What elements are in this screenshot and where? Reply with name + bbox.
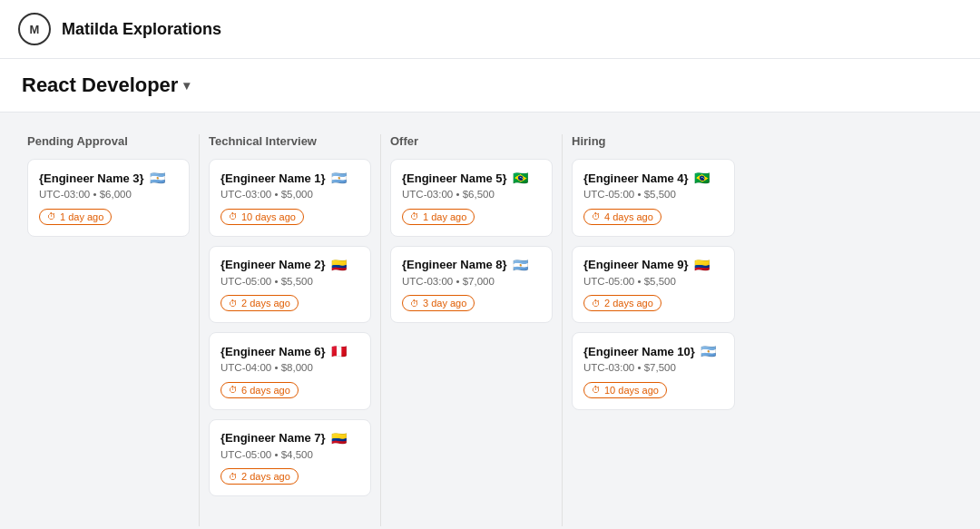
candidate-details: UTC-05:00 • $5,500 [220,276,359,287]
candidate-name: {Engineer Name 6} [220,345,326,358]
app-title: Matilda Explorations [62,20,221,39]
candidate-time-badge: ⏱1 day ago [402,207,541,225]
app-header: M Matilda Explorations [0,0,980,59]
logo-icon: M [18,13,51,45]
candidate-details: UTC-05:00 • $4,500 [220,449,359,460]
time-badge: ⏱3 day ago [402,295,475,311]
clock-icon: ⏱ [592,385,601,395]
candidate-time-badge: ⏱2 days ago [220,294,359,312]
time-text: 3 day ago [423,298,466,309]
candidate-flag: 🇦🇷 [513,258,528,272]
card-name-row: {Engineer Name 9}🇨🇴 [583,258,723,272]
clock-icon: ⏱ [592,299,601,309]
candidate-name: {Engineer Name 5} [402,171,507,185]
candidate-details: UTC-04:00 • $8,000 [220,362,359,373]
candidate-card[interactable]: {Engineer Name 1}🇦🇷UTC-03:00 • $5,000⏱10… [209,159,371,237]
time-text: 2 days ago [241,298,290,309]
candidate-name: {Engineer Name 10} [583,345,695,358]
card-name-row: {Engineer Name 8}🇦🇷 [402,258,541,272]
column-header: Technical Interview [209,134,371,148]
candidate-details: UTC-03:00 • $7,000 [402,276,541,287]
time-text: 4 days ago [604,211,653,222]
candidate-time-badge: ⏱2 days ago [583,294,723,312]
candidate-flag: 🇦🇷 [331,171,347,185]
column-hiring: Hiring{Engineer Name 4}🇧🇷UTC-05:00 • $5,… [563,134,744,526]
time-badge: ⏱10 days ago [583,382,667,398]
candidate-name: {Engineer Name 4} [583,171,689,185]
candidate-card[interactable]: {Engineer Name 5}🇧🇷UTC-03:00 • $6,500⏱1 … [390,159,553,237]
candidate-card[interactable]: {Engineer Name 8}🇦🇷UTC-03:00 • $7,000⏱3 … [390,246,553,324]
clock-icon: ⏱ [47,211,56,221]
candidate-flag: 🇨🇴 [331,431,347,446]
card-name-row: {Engineer Name 10}🇦🇷 [583,344,723,358]
candidate-time-badge: ⏱2 days ago [220,467,359,485]
clock-icon: ⏱ [229,299,238,309]
time-badge: ⏱2 days ago [220,468,299,485]
chevron-down-icon: ▾ [183,78,190,93]
candidate-flag: 🇵🇪 [331,344,347,358]
candidate-details: UTC-03:00 • $6,500 [402,189,541,200]
candidate-flag: 🇧🇷 [513,171,528,185]
time-badge: ⏱10 days ago [220,209,304,225]
clock-icon: ⏱ [229,211,238,221]
card-name-row: {Engineer Name 2}🇨🇴 [220,258,359,272]
candidate-card[interactable]: {Engineer Name 4}🇧🇷UTC-05:00 • $5,500⏱4 … [572,159,735,237]
candidate-details: UTC-03:00 • $5,000 [220,189,359,200]
time-badge: ⏱2 days ago [220,295,299,311]
time-badge: ⏱6 days ago [220,382,299,398]
time-text: 1 day ago [423,211,466,222]
card-name-row: {Engineer Name 3}🇦🇷 [39,171,178,185]
candidate-flag: 🇨🇴 [694,258,710,272]
candidate-card[interactable]: {Engineer Name 2}🇨🇴UTC-05:00 • $5,500⏱2 … [209,246,371,324]
candidate-name: {Engineer Name 9} [583,258,689,271]
candidate-flag: 🇦🇷 [150,171,165,185]
time-text: 2 days ago [241,471,290,482]
card-name-row: {Engineer Name 5}🇧🇷 [402,171,541,185]
candidate-flag: 🇧🇷 [694,171,710,185]
time-text: 2 days ago [604,298,653,309]
time-badge: ⏱1 day ago [402,209,475,225]
column-offer: Offer{Engineer Name 5}🇧🇷UTC-03:00 • $6,5… [381,134,563,526]
time-text: 10 days ago [604,385,659,396]
candidate-card[interactable]: {Engineer Name 9}🇨🇴UTC-05:00 • $5,500⏱2 … [572,246,735,324]
time-badge: ⏱2 days ago [583,295,662,311]
column-header: Pending Approval [27,134,190,148]
kanban-board: Pending Approval{Engineer Name 3}🇦🇷UTC-0… [0,113,980,529]
clock-icon: ⏱ [229,385,238,395]
time-badge: ⏱4 days ago [583,209,662,225]
candidate-time-badge: ⏱1 day ago [39,207,178,225]
candidate-card[interactable]: {Engineer Name 7}🇨🇴UTC-05:00 • $4,500⏱2 … [209,419,371,497]
page-title[interactable]: React Developer ▾ [22,73,190,97]
column-header: Offer [390,134,553,148]
sub-header: React Developer ▾ [0,59,980,113]
candidate-name: {Engineer Name 1} [220,171,326,185]
candidate-flag: 🇨🇴 [331,258,347,272]
candidate-name: {Engineer Name 3} [39,171,144,185]
card-name-row: {Engineer Name 7}🇨🇴 [220,431,359,446]
column-technical-interview: Technical Interview{Engineer Name 1}🇦🇷UT… [200,134,381,526]
candidate-time-badge: ⏱3 day ago [402,294,541,312]
candidate-details: UTC-05:00 • $5,500 [583,276,723,287]
candidate-card[interactable]: {Engineer Name 6}🇵🇪UTC-04:00 • $8,000⏱6 … [209,332,371,410]
clock-icon: ⏱ [410,211,419,221]
candidate-flag: 🇦🇷 [701,344,716,358]
candidate-time-badge: ⏱10 days ago [583,380,723,398]
candidate-name: {Engineer Name 2} [220,258,326,271]
card-name-row: {Engineer Name 1}🇦🇷 [220,171,359,185]
candidate-details: UTC-05:00 • $5,500 [583,189,723,200]
card-name-row: {Engineer Name 4}🇧🇷 [583,171,723,185]
clock-icon: ⏱ [592,211,601,221]
clock-icon: ⏱ [410,299,419,309]
candidate-card[interactable]: {Engineer Name 3}🇦🇷UTC-03:00 • $6,000⏱1 … [27,159,190,237]
clock-icon: ⏱ [229,472,238,482]
candidate-name: {Engineer Name 7} [220,431,326,445]
card-name-row: {Engineer Name 6}🇵🇪 [220,344,359,358]
candidate-card[interactable]: {Engineer Name 10}🇦🇷UTC-03:00 • $7,500⏱1… [572,332,735,410]
time-badge: ⏱1 day ago [39,209,112,225]
time-text: 6 days ago [241,385,290,396]
candidate-time-badge: ⏱10 days ago [220,207,359,225]
candidate-time-badge: ⏱6 days ago [220,380,359,398]
column-header: Hiring [572,134,735,148]
time-text: 10 days ago [241,211,296,222]
candidate-time-badge: ⏱4 days ago [583,207,723,225]
